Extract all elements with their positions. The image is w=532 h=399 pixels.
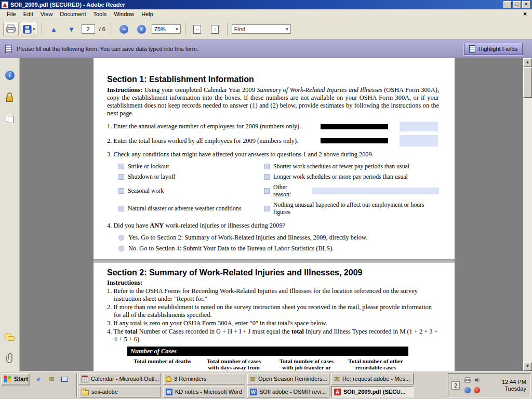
checkbox[interactable] [264,188,270,194]
maximize-button[interactable]: □ [513,1,521,8]
zoom-level-select[interactable]: 75% ▾ [152,24,181,34]
zoom-in-button[interactable]: + [134,22,150,36]
question-4-label: 4. Did you have ANY work-related injurie… [107,222,439,230]
yes-radio-button[interactable] [118,235,124,241]
checkbox[interactable] [264,164,270,169]
vertical-scrollbar[interactable]: ▲ ▼ [523,58,532,371]
scrollbar-thumb[interactable] [523,68,532,98]
zoom-in-icon: + [137,25,146,34]
fit-page-button[interactable]: ↕ [207,22,223,36]
section2-instruction-3: 3. If any total is zero on your OSHA For… [107,320,439,327]
menu-help[interactable]: Help [138,10,157,18]
checkbox-nothing-unusual[interactable]: Nothing unusual happened to affect our e… [264,201,439,216]
envelope-icon: ✉ [334,376,340,382]
checkbox-seasonal-work[interactable]: Seasonal work [118,183,264,198]
checkbox[interactable] [264,206,270,211]
show-desktop-icon[interactable] [60,375,69,383]
print-button[interactable] [3,22,19,36]
outlook-calendar-icon [82,376,88,382]
menu-edit[interactable]: Edit [20,10,37,18]
checkbox-strike-or-lockout[interactable]: Strike or lockout [118,163,264,170]
windows-logo-icon [4,376,12,383]
menu-file[interactable]: File [3,10,20,18]
hours-input[interactable] [400,135,438,147]
next-page-button[interactable]: ▼ [64,22,79,36]
toolbar: ▾ ▲ ▼ 2 / 6 − + 75% ▾ ↔ ↕ Find ▾ [0,19,532,39]
task-button-soii-2009-pdf[interactable]: ASOII_2009.pdf (SECU... [331,386,414,397]
how-to-info-button[interactable]: i [4,70,16,81]
find-label: Find [234,26,286,32]
folder-icon [82,390,89,395]
scroll-down-button[interactable]: ▼ [523,362,532,371]
checkbox[interactable] [118,174,124,180]
paperclip-icon [6,353,14,363]
lock-icon [5,92,15,102]
employees-input[interactable] [400,122,438,131]
zoom-out-icon: − [119,25,128,34]
checkbox[interactable] [264,174,270,180]
tray-volume-icon[interactable] [474,377,481,384]
taskbar: Start e ✉ Calendar - Microsoft Outl... 3… [0,371,532,399]
tray-printer-icon[interactable] [464,377,471,384]
page-number-input[interactable]: 2 [82,24,95,34]
attachments-panel-button[interactable] [4,352,16,364]
task-button-soii-adobe-osmr[interactable]: WSOII adobe - OSMR revi... [247,386,329,397]
window-title: SOII_2009.pdf (SECURED) - Adobe Reader [10,2,502,8]
security-settings-button[interactable] [4,91,16,103]
other-reason-input[interactable] [312,188,439,194]
menu-document[interactable]: Document [56,10,89,18]
fit-width-button[interactable]: ↔ [190,22,205,36]
checkbox[interactable] [118,188,124,194]
task-button-soii-adobe-folder[interactable]: soii-adobe [79,386,161,397]
highlight-fields-button[interactable]: Highlight Fields [464,43,523,55]
checkbox-shutdown-or-layoff[interactable]: Shutdown or layoff [118,173,264,180]
checkbox-shorter-schedules[interactable]: Shorter work schedules or fewer pay peri… [264,163,439,170]
yes-radio-label: Yes. Go to Section 2: Summary of Work-Re… [128,233,367,242]
comments-panel-button[interactable] [4,331,16,343]
scroll-up-button[interactable]: ▲ [523,58,532,67]
desktop: SOII_2009.pdf (SECURED) - Adobe Reader _… [0,0,532,399]
no-radio-button[interactable] [118,246,124,251]
checkbox[interactable] [118,164,124,169]
document-close-icon[interactable]: × [521,10,529,18]
form-message-bar: Please fill out the following form. You … [0,39,532,58]
radio-no-option[interactable]: No. Go to Section 4: Submit Your Data to… [118,244,439,252]
internet-explorer-icon[interactable]: e [34,375,43,383]
minimize-button[interactable]: _ [503,1,512,8]
section2-instruction-2: 2. If more than one establishment is not… [107,303,439,319]
adobe-reader-icon [2,2,8,8]
find-input[interactable]: Find ▾ [232,24,291,34]
menu-window[interactable]: Window [110,10,138,18]
section1-instructions: Instructions: Using your completed Calen… [107,86,439,117]
radio-yes-option[interactable]: Yes. Go to Section 2: Summary of Work-Re… [118,233,439,242]
checkbox-label: Strike or lockout [128,163,169,170]
previous-page-button[interactable]: ▲ [46,22,62,36]
checkbox-natural-disaster[interactable]: Natural disaster or adverse weather cond… [118,201,264,216]
tray-shield-icon[interactable] [464,387,471,393]
word-icon: W [166,389,172,395]
close-button[interactable]: × [522,1,530,8]
down-arrow-icon: ▼ [68,26,75,33]
checkbox-longer-schedules[interactable]: Longer work schedules or more pay period… [264,173,439,180]
taskbar-divider [76,374,78,397]
task-button-re-request-adobe[interactable]: ✉Re: request adobe - Mes... [331,373,414,384]
menu-tools[interactable]: Tools [90,10,111,18]
start-button[interactable]: Start [1,373,30,385]
pages-panel-button[interactable] [4,113,16,125]
tray-antivirus-icon[interactable] [474,387,480,393]
task-button-outlook-calendar[interactable]: Calendar - Microsoft Outl... [79,373,161,384]
task-button-reminders[interactable]: 3 Reminders [163,373,245,384]
menu-view[interactable]: View [37,10,57,18]
checkbox-other-reason[interactable]: Other reason: [264,183,439,198]
tray-icons [463,377,481,394]
task-button-label: Open Season Reminders... [258,376,327,382]
highlight-fields-label: Highlight Fields [478,46,517,52]
language-indicator[interactable]: 2 [451,381,460,390]
zoom-out-button[interactable]: − [116,22,132,36]
checkbox[interactable] [118,206,124,211]
outlook-mail-icon[interactable]: ✉ [47,375,56,383]
fit-width-icon: ↔ [193,25,201,34]
save-button[interactable]: ▾ [21,22,37,36]
task-button-kd-notes-word[interactable]: WKD notes - Microsoft Word [163,386,245,397]
task-button-open-season-reminders[interactable]: ✉Open Season Reminders... [247,373,329,384]
